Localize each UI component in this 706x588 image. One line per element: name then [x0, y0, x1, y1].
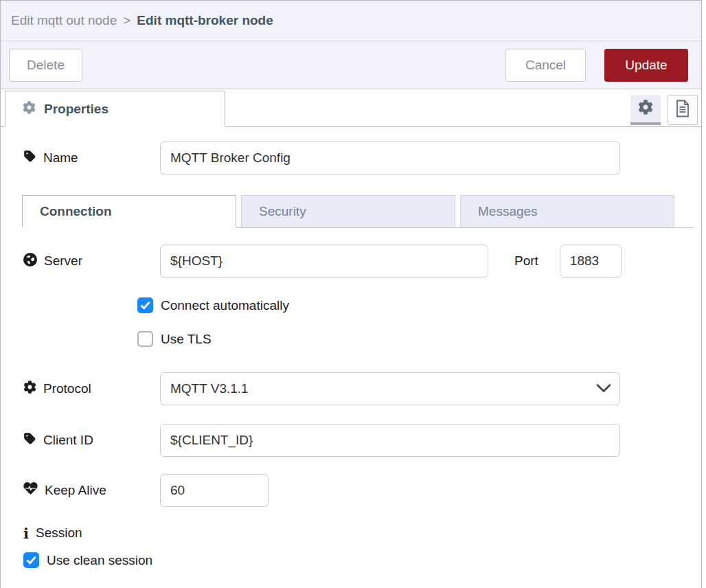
protocol-select[interactable]: MQTT V3.1.1 [160, 372, 620, 405]
delete-button[interactable]: Delete [9, 49, 82, 82]
tab-security[interactable]: Security [241, 195, 455, 227]
name-row: Name [23, 142, 701, 174]
broker-section-tabs: Connection Security Messages [22, 195, 694, 228]
tab-connection[interactable]: Connection [22, 195, 236, 227]
protocol-selected-value: MQTT V3.1.1 [170, 381, 249, 396]
dialog-button-bar: Delete Cancel Update [1, 41, 701, 89]
session-section-header: i Session [23, 525, 701, 541]
use-tls-label: Use TLS [161, 332, 212, 347]
clean-session-row: Use clean session [23, 552, 701, 568]
editor-tab-bar: Properties [1, 89, 701, 127]
keep-alive-input[interactable] [160, 474, 269, 507]
editor-action-buttons [630, 95, 698, 126]
check-icon [139, 299, 151, 311]
connect-automatically-label: Connect automatically [161, 298, 289, 313]
connect-automatically-checkbox[interactable] [137, 297, 153, 313]
chevron-down-icon [596, 381, 611, 396]
client-id-input[interactable] [160, 424, 620, 457]
breadcrumb-separator: > [123, 13, 130, 28]
tag-icon [23, 432, 36, 449]
protocol-label: Protocol [23, 381, 160, 397]
session-label: Session [36, 525, 82, 541]
protocol-row: Protocol MQTT V3.1.1 [23, 372, 701, 405]
node-config-form: Name Connection Security Messages Server… [1, 142, 701, 568]
breadcrumb-parent-link[interactable]: Edit mqtt out node [11, 13, 117, 28]
server-input[interactable] [160, 245, 488, 278]
tab-properties-label: Properties [44, 102, 109, 117]
breadcrumb: Edit mqtt out node > Edit mqtt-broker no… [1, 1, 701, 41]
update-button[interactable]: Update [604, 49, 688, 82]
tab-messages[interactable]: Messages [460, 195, 674, 227]
node-properties-button[interactable] [630, 95, 661, 125]
page-title: Edit mqtt-broker node [137, 13, 273, 28]
info-icon: i [23, 526, 29, 541]
name-label: Name [23, 150, 160, 166]
document-icon [674, 100, 691, 120]
clean-session-label: Use clean session [47, 553, 152, 568]
globe-icon [23, 253, 37, 270]
server-label: Server [23, 253, 160, 270]
gear-icon [638, 100, 653, 117]
heartbeat-icon [23, 482, 38, 499]
node-description-button[interactable] [668, 95, 698, 125]
port-input[interactable] [560, 245, 622, 278]
client-id-row: Client ID [23, 424, 701, 457]
port-label: Port [514, 253, 538, 269]
check-icon [25, 554, 37, 566]
server-row: Server Port [23, 245, 701, 278]
tag-icon [23, 150, 36, 166]
clean-session-checkbox[interactable] [23, 552, 39, 568]
tab-properties[interactable]: Properties [5, 91, 225, 126]
keep-alive-row: Keep Alive [23, 474, 701, 507]
gear-icon [23, 101, 36, 117]
use-tls-row: Use TLS [137, 331, 701, 347]
cancel-button[interactable]: Cancel [505, 49, 586, 82]
name-input[interactable] [160, 142, 620, 174]
gear-icon [23, 381, 36, 397]
connect-automatically-row: Connect automatically [137, 297, 701, 313]
client-id-label: Client ID [23, 432, 160, 449]
use-tls-checkbox[interactable] [137, 331, 153, 347]
keep-alive-label: Keep Alive [23, 482, 160, 499]
edit-node-dialog: Edit mqtt out node > Edit mqtt-broker no… [0, 0, 702, 588]
